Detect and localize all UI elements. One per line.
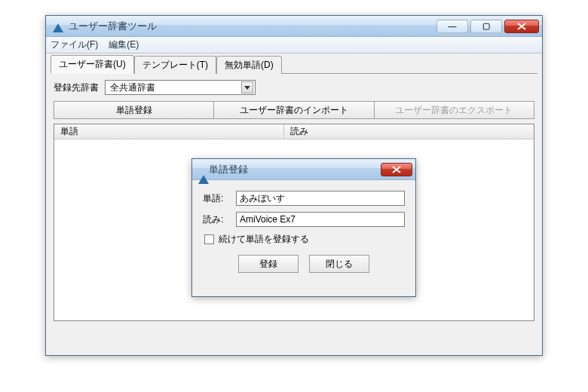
dict-select[interactable]: 全共通辞書: [105, 80, 256, 95]
dialog-register-button[interactable]: 登録: [238, 255, 299, 273]
word-input[interactable]: [236, 191, 405, 206]
register-dialog: 単語登録 単語: 読み: 続けて単語を登録する 登録 閉じる: [191, 158, 416, 297]
export-dict-button: ユーザー辞書のエクスポート: [375, 101, 534, 119]
button-label: 単語登録: [116, 104, 152, 117]
dialog-body: 単語: 読み: 続けて単語を登録する 登録 閉じる: [192, 180, 415, 296]
dialog-titlebar[interactable]: 単語登録: [192, 159, 415, 180]
button-label: 登録: [259, 258, 277, 271]
col-label: 読み: [290, 125, 308, 138]
import-dict-button[interactable]: ユーザー辞書のインポート: [214, 101, 374, 119]
col-label: 単語: [60, 125, 78, 138]
dict-select-value: 全共通辞書: [110, 81, 155, 94]
minimize-button[interactable]: —: [436, 20, 468, 33]
dialog-title: 単語登録: [209, 163, 248, 176]
dialog-close-button[interactable]: [381, 163, 412, 176]
app-icon: [52, 20, 64, 32]
dialog-close-button-2[interactable]: 閉じる: [309, 255, 369, 273]
tab-disabled-words[interactable]: 無効単語(D): [216, 56, 282, 74]
word-label: 単語:: [203, 192, 231, 205]
button-label: ユーザー辞書のエクスポート: [395, 104, 513, 117]
button-label: 閉じる: [326, 258, 353, 271]
tab-label: ユーザー辞書(U): [59, 59, 126, 69]
maximize-button[interactable]: ▢: [470, 20, 502, 33]
menubar: ファイル(F) 編集(E): [46, 37, 542, 54]
window-buttons: — ▢: [436, 20, 541, 33]
app-icon: [198, 164, 209, 175]
action-buttons: 単語登録 ユーザー辞書のインポート ユーザー辞書のエクスポート: [49, 101, 539, 124]
menu-edit[interactable]: 編集(E): [109, 38, 139, 51]
reading-label: 読み:: [203, 213, 231, 226]
list-header: 単語 読み: [54, 124, 534, 139]
continue-checkbox[interactable]: [204, 234, 214, 244]
reading-input[interactable]: [236, 212, 405, 227]
col-word[interactable]: 単語: [54, 124, 284, 139]
col-reading[interactable]: 読み: [284, 124, 534, 139]
tabs-row: ユーザー辞書(U) テンプレート(T) 無効単語(D): [49, 57, 539, 73]
window-title: ユーザー辞書ツール: [69, 20, 157, 33]
titlebar[interactable]: ユーザー辞書ツール — ▢: [46, 16, 542, 37]
button-label: ユーザー辞書のインポート: [240, 104, 348, 117]
tab-template[interactable]: テンプレート(T): [134, 56, 216, 74]
tab-user-dict[interactable]: ユーザー辞書(U): [51, 55, 134, 74]
close-button[interactable]: [504, 20, 539, 33]
menu-file[interactable]: ファイル(F): [51, 38, 98, 51]
dict-select-row: 登録先辞書 全共通辞書: [49, 74, 539, 101]
continue-label: 続けて単語を登録する: [219, 233, 309, 246]
tab-label: 無効単語(D): [225, 60, 274, 70]
chevron-down-icon: [241, 81, 253, 93]
tab-label: テンプレート(T): [142, 60, 208, 70]
dict-label: 登録先辞書: [54, 81, 99, 94]
register-word-button[interactable]: 単語登録: [54, 101, 214, 119]
